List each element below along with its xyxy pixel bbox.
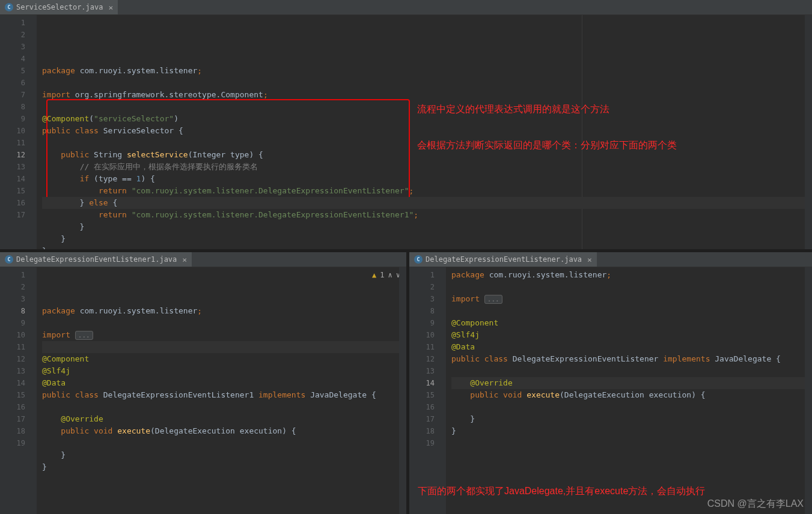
code-area[interactable]: package com.ruoyi.system.listener;import… — [447, 267, 812, 514]
tab-label: DelegateExpressionEventListener1.java — [16, 255, 177, 264]
fold-gutter — [29, 15, 37, 249]
java-class-icon: C — [414, 255, 423, 264]
tab-listener1[interactable]: C DelegateExpressionEventListener1.java … — [0, 252, 192, 267]
code-area[interactable]: ▲ 1 ∧ ∨ package com.ruoyi.system.listene… — [37, 267, 406, 514]
problems-indicator[interactable]: ▲ 1 ∧ ∨ — [372, 269, 400, 281]
code-area[interactable]: package com.ruoyi.system.listener;import… — [37, 15, 812, 249]
tab-bar-top: C ServiceSelector.java × — [0, 0, 812, 15]
editor-pane-top: C ServiceSelector.java × 123456789101112… — [0, 0, 812, 249]
tab-bar-br: C DelegateExpressionEventListener.java × — [409, 252, 812, 267]
editor-pane-bottom-right: C DelegateExpressionEventListener.java ×… — [409, 252, 812, 514]
tab-label: DelegateExpressionEventListener.java — [426, 255, 582, 264]
minimap[interactable] — [805, 15, 812, 249]
line-number-gutter: 1234567891011121314151617 — [0, 15, 29, 249]
minimap[interactable] — [805, 267, 812, 514]
editor-pane-bottom-left: C DelegateExpressionEventListener1.java … — [0, 252, 406, 514]
watermark-text: CSDN @言之有李LAX — [707, 498, 804, 510]
line-number-gutter: 1238910111213141516171819 — [409, 267, 438, 514]
java-class-icon: C — [5, 3, 13, 11]
tab-bar-bl: C DelegateExpressionEventListener1.java … — [0, 252, 406, 267]
tab-label: ServiceSelector.java — [16, 3, 103, 11]
warning-count: 1 — [380, 269, 384, 281]
fold-gutter — [438, 267, 447, 514]
warning-icon: ▲ — [372, 269, 376, 281]
code-editor-top[interactable]: 1234567891011121314151617 package com.ru… — [0, 15, 812, 249]
minimap[interactable] — [399, 267, 406, 514]
close-icon[interactable]: × — [109, 3, 114, 12]
line-number-gutter: 1238910111213141516171819 — [0, 267, 29, 514]
tab-serviceselector[interactable]: C ServiceSelector.java × — [0, 0, 118, 14]
tab-listener[interactable]: C DelegateExpressionEventListener.java × — [409, 252, 597, 267]
code-editor-br[interactable]: 1238910111213141516171819 package com.ru… — [409, 267, 812, 514]
java-class-icon: C — [5, 255, 13, 264]
close-icon[interactable]: × — [587, 255, 592, 264]
code-editor-bl[interactable]: 1238910111213141516171819 ▲ 1 ∧ ∨ packag… — [0, 267, 406, 514]
fold-gutter — [29, 267, 37, 514]
close-icon[interactable]: × — [182, 255, 187, 264]
prev-highlight-icon[interactable]: ∧ — [388, 269, 392, 281]
